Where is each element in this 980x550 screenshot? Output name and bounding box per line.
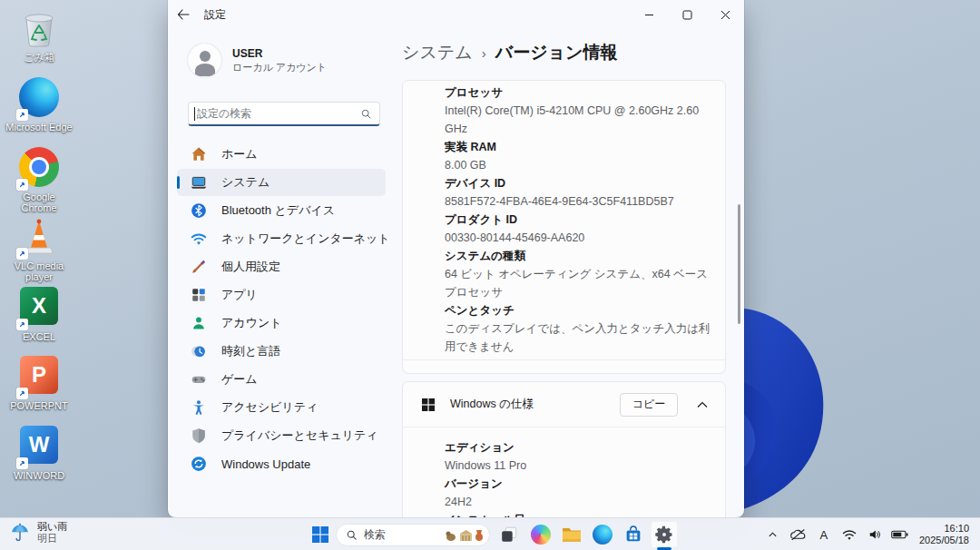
- bluetooth-icon: [191, 202, 207, 219]
- desktop-icon-edge[interactable]: Microsoft Edge: [5, 76, 73, 133]
- weather-day: 明日: [37, 533, 67, 545]
- settings-search-input[interactable]: [197, 107, 360, 120]
- tray-date: 2025/05/18: [919, 535, 969, 546]
- powerpoint-icon: P: [18, 356, 60, 398]
- windows-spec-title: Windows の仕様: [450, 397, 605, 412]
- shortcut-arrow-icon: [16, 248, 28, 260]
- chevron-up-icon: [768, 530, 778, 540]
- battery-button[interactable]: [890, 524, 910, 545]
- volume-button[interactable]: [865, 524, 885, 545]
- title-bar: 設定: [168, 0, 744, 29]
- spec-label: エディション: [445, 438, 710, 457]
- spec-label: ペンとタッチ: [445, 301, 710, 319]
- maximize-button[interactable]: [668, 0, 706, 29]
- shortcut-arrow-icon: [16, 319, 28, 330]
- weather-widget[interactable]: 弱い雨 明日: [9, 521, 67, 545]
- spec-label: 実装 RAM: [445, 138, 710, 156]
- edge-icon: [593, 525, 612, 545]
- network-status-button[interactable]: [839, 524, 859, 545]
- nav-item-accounts[interactable]: アカウント: [177, 309, 386, 337]
- desktop-icon-vlc[interactable]: VLC media player: [5, 216, 73, 282]
- collapse-expander-button[interactable]: [692, 401, 712, 408]
- copy-button[interactable]: コピー: [620, 393, 678, 417]
- page-title: バージョン情報: [495, 41, 618, 64]
- start-button[interactable]: [307, 521, 334, 548]
- task-view-button[interactable]: [495, 521, 523, 548]
- nav-item-accessibility[interactable]: アクセシビリティ: [177, 394, 386, 421]
- spec-value: このディスプレイでは、ペン入力とタッチ入力は利用できません: [445, 319, 710, 356]
- wifi-icon: [842, 529, 857, 541]
- nav-item-time-language[interactable]: 時刻と言語: [177, 338, 386, 365]
- settings-search-box[interactable]: [188, 102, 380, 126]
- taskbar-clock[interactable]: 16:10 2025/05/18: [916, 523, 973, 546]
- shortcut-arrow-icon: [16, 109, 28, 121]
- device-spec-rows: プロセッサ Intel(R) Core(TM) i5-4210M CPU @ 2…: [403, 81, 725, 356]
- spec-label: システムの種類: [445, 247, 710, 265]
- recycle-bin-icon: [18, 7, 60, 49]
- nav-item-personalization[interactable]: 個人用設定: [177, 253, 386, 280]
- settings-nav: ホーム システム Bluetooth とデバイス: [177, 141, 386, 478]
- person-icon: [191, 315, 207, 331]
- battery-icon: [891, 529, 908, 540]
- shortcut-arrow-icon: [16, 179, 28, 191]
- spec-value: 8.00 GB: [445, 156, 710, 174]
- onedrive-status-button[interactable]: [789, 524, 808, 545]
- text-caret: [194, 107, 195, 121]
- settings-main-pane: システム › バージョン情報 プロセッサ Intel(R) Core(TM) i…: [402, 29, 744, 517]
- edge-icon: [18, 77, 60, 119]
- copilot-button[interactable]: [527, 521, 554, 548]
- desktop-icon-label: EXCEL: [5, 331, 73, 342]
- file-explorer-button[interactable]: [558, 521, 585, 548]
- desktop-icon-label: Microsoft Edge: [5, 122, 73, 133]
- nav-item-privacy-security[interactable]: プライバシーとセキュリティ: [177, 422, 386, 449]
- task-view-icon: [499, 525, 519, 545]
- taskbar-search-box[interactable]: 検索: [336, 524, 490, 546]
- nav-item-home[interactable]: ホーム: [177, 141, 386, 168]
- nav-item-apps[interactable]: アプリ: [177, 281, 386, 309]
- nav-item-system[interactable]: システム: [177, 169, 386, 196]
- settings-app-button[interactable]: [651, 521, 678, 548]
- desktop-icon-label: POWERPNT: [5, 400, 73, 411]
- desktop-icon-excel[interactable]: X EXCEL: [5, 285, 73, 342]
- windows-spec-header[interactable]: Windows の仕様 コピー: [403, 382, 725, 427]
- word-icon: W: [18, 426, 60, 467]
- desktop: ごみ箱 Microsoft Edge Google Chrome: [0, 0, 980, 550]
- spec-label: インストール日: [445, 511, 710, 517]
- desktop-icon-label: WINWORD: [5, 470, 73, 481]
- close-icon: [720, 10, 730, 20]
- taskbar-search-placeholder: 検索: [364, 527, 438, 543]
- edge-button[interactable]: [589, 521, 616, 548]
- spec-label: デバイス ID: [445, 174, 710, 192]
- nav-item-bluetooth-devices[interactable]: Bluetooth とデバイス: [177, 197, 386, 224]
- gamepad-icon: [191, 371, 207, 388]
- tray-overflow-button[interactable]: [763, 524, 783, 545]
- close-button[interactable]: [706, 0, 744, 29]
- copilot-icon: [531, 525, 551, 545]
- desktop-icon-label: ごみ箱: [5, 52, 73, 63]
- vertical-scrollbar[interactable]: [738, 204, 740, 324]
- back-button[interactable]: [168, 0, 199, 29]
- microsoft-store-button[interactable]: [620, 521, 647, 548]
- desktop-icon-word[interactable]: W WINWORD: [5, 424, 73, 481]
- spec-value: 24H2: [445, 493, 710, 511]
- windows-logo-icon: [421, 398, 436, 412]
- desktop-icon-chrome[interactable]: Google Chrome: [5, 146, 73, 213]
- desktop-icon-powerpoint[interactable]: P POWERPNT: [5, 354, 73, 411]
- settings-sidebar: USER ローカル アカウント ホーム: [168, 29, 395, 517]
- nav-item-windows-update[interactable]: Windows Update: [177, 450, 386, 477]
- nav-item-gaming[interactable]: ゲーム: [177, 366, 386, 393]
- nav-item-network-internet[interactable]: ネットワークとインターネット: [177, 225, 386, 252]
- spec-value: 64 ビット オペレーティング システム、x64 ベース プロセッサ: [445, 265, 710, 301]
- chevron-up-icon: [697, 401, 708, 408]
- ime-mode-button[interactable]: A: [814, 524, 834, 545]
- user-account-block[interactable]: USER ローカル アカウント: [188, 44, 327, 77]
- cloud-offline-icon: [789, 528, 807, 541]
- desktop-icon-recycle-bin[interactable]: ごみ箱: [5, 7, 73, 63]
- speaker-icon: [867, 528, 882, 541]
- shield-icon: [191, 427, 207, 444]
- breadcrumb-parent[interactable]: システム: [402, 41, 473, 64]
- minimize-button[interactable]: [630, 0, 668, 29]
- user-account-type: ローカル アカウント: [232, 61, 327, 74]
- spec-label: プロセッサ: [445, 83, 710, 102]
- umbrella-rain-icon: [9, 522, 31, 544]
